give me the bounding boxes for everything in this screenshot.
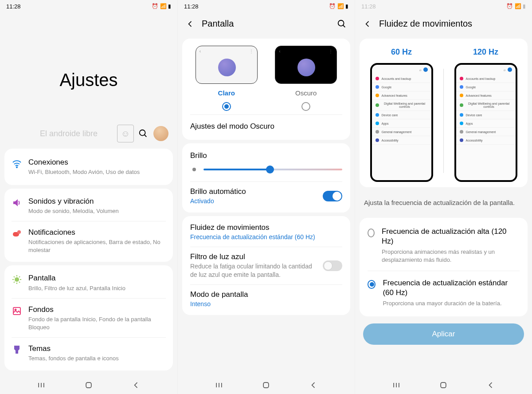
svg-point-0 [140, 130, 145, 136]
option-standard-refresh[interactable]: Frecuencia de actualización estándar (60… [360, 271, 528, 315]
option-title: Frecuencia de actualización estándar (60… [383, 278, 520, 298]
brightness-slider[interactable] [203, 169, 342, 170]
hz-preview-card: 60 Hz ⌕Accounts and backupGoogleAdvanced… [360, 39, 528, 187]
wallpaper-icon [12, 306, 22, 316]
row-title: Brillo automático [190, 187, 318, 196]
item-sub: Wi-Fi, Bluetooth, Modo Avión, Uso de dat… [28, 168, 166, 176]
back-icon[interactable] [186, 20, 195, 28]
nav-bar [178, 376, 355, 394]
svg-line-12 [14, 282, 15, 283]
status-bar: 11:28 ⏰ 📶 ▮ [355, 0, 532, 12]
row-title: Modo de pantalla [190, 290, 338, 299]
item-sub: Brillo, Filtro de luz azul, Pantalla Ini… [28, 284, 166, 292]
screen-mode-row[interactable]: Modo de pantalla Intenso [182, 285, 350, 314]
search-icon[interactable] [138, 129, 148, 138]
phone-preview-120: ⌕Accounts and backupGoogleAdvanced featu… [454, 63, 517, 182]
svg-point-5 [15, 277, 19, 282]
theme-card: ‹⋮ Claro ‹⋮ Oscuro Ajustes del modo Oscu… [182, 39, 350, 140]
display-icon [12, 274, 22, 285]
recents-button[interactable] [392, 381, 401, 390]
back-button[interactable] [309, 381, 318, 390]
notification-icon [12, 229, 22, 239]
item-sub: Temas, fondos de pantalla e iconos [28, 355, 166, 362]
refresh-rate-options-card: Frecuencia de actualización alta (120 Hz… [360, 218, 528, 316]
theme-option-light[interactable]: ‹⋮ Claro [196, 46, 258, 113]
row-sub: Frecuencia de actualización estándar (60… [190, 233, 338, 241]
home-button[interactable] [439, 381, 448, 390]
svg-rect-25 [264, 382, 269, 388]
phone-preview-60: ⌕Accounts and backupGoogleAdvanced featu… [370, 63, 433, 182]
back-button[interactable] [486, 381, 495, 390]
theme-option-dark[interactable]: ‹⋮ Oscuro [275, 46, 337, 113]
svg-point-4 [17, 230, 21, 234]
auto-brightness-row[interactable]: Brillo automático Activado [182, 182, 350, 211]
nav-bar [355, 376, 532, 394]
mascot-icon: ☺ [117, 125, 134, 142]
item-sub: Notificaciones de aplicaciones, Barra de… [28, 238, 166, 254]
hz-label: 120 Hz [444, 47, 528, 57]
status-bar: 11:28 ⏰ 📶 ▮ [0, 0, 177, 12]
item-title: Temas [28, 344, 166, 354]
svg-rect-14 [13, 307, 20, 315]
header: Pantalla [178, 12, 355, 35]
blue-light-row[interactable]: Filtro de luz azul Reduce la fatiga ocul… [182, 247, 350, 284]
svg-line-10 [14, 276, 15, 277]
status-bar: 11:28 ⏰ 📶 ▮ [178, 0, 355, 12]
page-title: Ajustes [0, 70, 177, 90]
settings-card: Sonidos y vibraciónModo de sonido, Melod… [4, 189, 173, 262]
option-high-refresh[interactable]: Frecuencia de actualización alta (120 Hz… [360, 220, 528, 271]
back-button[interactable] [132, 381, 141, 390]
svg-line-1 [145, 135, 147, 137]
toggle-on[interactable] [323, 191, 342, 201]
brightness-card: Brillo Brillo automático Activado [182, 143, 350, 213]
settings-main-screen: 11:28 ⏰ 📶 ▮ Ajustes El androide libre ☺ … [0, 0, 177, 394]
status-icons: ⏰ 📶 ▮ [152, 3, 171, 9]
dark-mode-settings-link[interactable]: Ajustes del modo Oscuro [182, 115, 350, 138]
settings-item-sounds[interactable]: Sonidos y vibraciónModo de sonido, Melod… [4, 190, 173, 221]
light-preview: ‹⋮ [196, 46, 258, 84]
toggle-off[interactable] [323, 260, 342, 271]
hz-60-column: 60 Hz ⌕Accounts and backupGoogleAdvanced… [360, 47, 443, 182]
radio-selected[interactable] [222, 102, 231, 111]
themes-icon [12, 345, 22, 355]
brightness-label: Brillo [182, 145, 350, 162]
row-title: Filtro de luz azul [190, 252, 318, 261]
home-button[interactable] [262, 381, 270, 390]
row-title: Fluidez de movimientos [190, 223, 338, 232]
home-button[interactable] [84, 381, 93, 390]
header-title: Fluidez de movimientos [379, 19, 524, 29]
header-title: Pantalla [202, 19, 330, 29]
settings-card: ConexionesWi-Fi, Bluetooth, Modo Avión, … [4, 149, 173, 185]
item-title: Conexiones [28, 158, 166, 167]
brightness-icon [190, 165, 198, 173]
svg-point-15 [15, 309, 16, 311]
status-time: 11:28 [184, 3, 199, 10]
back-icon[interactable] [363, 20, 372, 28]
apply-button[interactable]: Aplicar [363, 323, 524, 345]
svg-point-20 [338, 20, 344, 26]
watermark-text: El androide libre [40, 129, 98, 138]
slider-thumb[interactable] [266, 165, 274, 173]
radio-unselected[interactable] [368, 229, 375, 237]
settings-item-wallpaper[interactable]: FondosFondo de la pantalla Inicio, Fondo… [12, 298, 166, 337]
recents-button[interactable] [215, 381, 223, 390]
profile-avatar[interactable] [153, 126, 168, 141]
settings-item-themes[interactable]: TemasTemas, fondos de pantalla e iconos [12, 337, 166, 369]
header: Fluidez de movimientos [355, 12, 532, 35]
svg-rect-19 [86, 382, 91, 388]
settings-item-notifications[interactable]: NotificacionesNotificaciones de aplicaci… [12, 221, 166, 260]
settings-item-connections[interactable]: ConexionesWi-Fi, Bluetooth, Modo Avión, … [4, 150, 173, 183]
motion-card: Fluidez de movimientos Frecuencia de act… [182, 216, 350, 315]
radio-unselected[interactable] [301, 102, 310, 111]
svg-line-11 [19, 282, 20, 283]
status-icons: ⏰ 📶 ▮ [506, 3, 526, 9]
recents-button[interactable] [37, 381, 46, 390]
description-text: Ajusta la frecuencia de actualización de… [355, 191, 532, 214]
search-icon[interactable] [337, 19, 347, 29]
motion-smoothness-row[interactable]: Fluidez de movimientos Frecuencia de act… [182, 218, 350, 247]
motion-smoothness-screen: 11:28 ⏰ 📶 ▮ Fluidez de movimientos 60 Hz… [355, 0, 532, 394]
option-sub: Proporciona animaciones más realistas y … [382, 248, 520, 264]
settings-item-display[interactable]: PantallaBrillo, Filtro de luz azul, Pant… [4, 267, 173, 298]
radio-selected[interactable] [368, 280, 376, 289]
option-title: Frecuencia de actualización alta (120 Hz… [382, 227, 520, 246]
